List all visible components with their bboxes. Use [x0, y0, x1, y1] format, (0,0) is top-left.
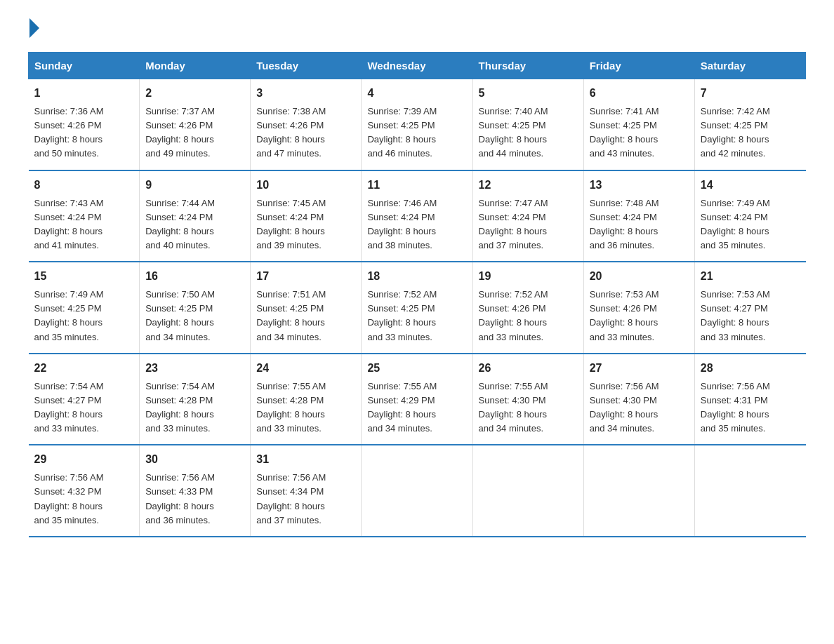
- day-number: 4: [367, 85, 466, 102]
- calendar-table: SundayMondayTuesdayWednesdayThursdayFrid…: [28, 52, 806, 537]
- day-number: 3: [256, 85, 355, 102]
- page-header: [28, 21, 806, 38]
- day-number: 15: [34, 268, 134, 285]
- day-info: Sunrise: 7:56 AMSunset: 4:33 PMDaylight:…: [145, 471, 244, 528]
- day-number: 31: [256, 451, 355, 468]
- day-info: Sunrise: 7:42 AMSunset: 4:25 PMDaylight:…: [701, 105, 800, 161]
- header-monday: Monday: [140, 53, 251, 79]
- day-info: Sunrise: 7:56 AMSunset: 4:32 PMDaylight:…: [34, 471, 134, 528]
- day-number: 10: [256, 177, 355, 194]
- day-number: 9: [145, 177, 244, 194]
- calendar-cell: 30Sunrise: 7:56 AMSunset: 4:33 PMDayligh…: [140, 445, 251, 537]
- header-thursday: Thursday: [472, 53, 583, 79]
- day-info: Sunrise: 7:51 AMSunset: 4:25 PMDaylight:…: [256, 288, 355, 344]
- calendar-cell: [362, 445, 472, 537]
- day-number: 22: [34, 360, 134, 377]
- calendar-cell: 1Sunrise: 7:36 AMSunset: 4:26 PMDaylight…: [29, 79, 140, 170]
- day-info: Sunrise: 7:56 AMSunset: 4:31 PMDaylight:…: [701, 380, 800, 436]
- calendar-cell: 2Sunrise: 7:37 AMSunset: 4:26 PMDaylight…: [140, 79, 251, 170]
- day-info: Sunrise: 7:48 AMSunset: 4:24 PMDaylight:…: [590, 196, 689, 253]
- header-saturday: Saturday: [694, 53, 805, 79]
- calendar-cell: 25Sunrise: 7:55 AMSunset: 4:29 PMDayligh…: [362, 354, 472, 445]
- calendar-cell: 24Sunrise: 7:55 AMSunset: 4:28 PMDayligh…: [251, 354, 362, 445]
- calendar-cell: [583, 445, 694, 537]
- day-number: 18: [367, 268, 466, 285]
- day-info: Sunrise: 7:41 AMSunset: 4:25 PMDaylight:…: [590, 105, 689, 161]
- day-number: 8: [34, 177, 134, 194]
- calendar-cell: 15Sunrise: 7:49 AMSunset: 4:25 PMDayligh…: [29, 262, 140, 354]
- day-info: Sunrise: 7:38 AMSunset: 4:26 PMDaylight:…: [256, 105, 355, 161]
- day-number: 29: [34, 451, 134, 468]
- day-number: 26: [479, 360, 578, 377]
- day-info: Sunrise: 7:56 AMSunset: 4:34 PMDaylight:…: [256, 471, 355, 528]
- day-info: Sunrise: 7:55 AMSunset: 4:29 PMDaylight:…: [367, 380, 466, 436]
- week-row-4: 22Sunrise: 7:54 AMSunset: 4:27 PMDayligh…: [29, 354, 806, 445]
- calendar-cell: 28Sunrise: 7:56 AMSunset: 4:31 PMDayligh…: [694, 354, 805, 445]
- calendar-cell: 16Sunrise: 7:50 AMSunset: 4:25 PMDayligh…: [140, 262, 251, 354]
- calendar-cell: 4Sunrise: 7:39 AMSunset: 4:25 PMDaylight…: [362, 79, 472, 170]
- day-number: 20: [590, 268, 689, 285]
- day-info: Sunrise: 7:44 AMSunset: 4:24 PMDaylight:…: [145, 196, 244, 253]
- day-number: 2: [145, 85, 244, 102]
- calendar-cell: 27Sunrise: 7:56 AMSunset: 4:30 PMDayligh…: [583, 354, 694, 445]
- calendar-cell: 22Sunrise: 7:54 AMSunset: 4:27 PMDayligh…: [29, 354, 140, 445]
- day-number: 25: [367, 360, 466, 377]
- calendar-cell: 26Sunrise: 7:55 AMSunset: 4:30 PMDayligh…: [472, 354, 583, 445]
- calendar-cell: 9Sunrise: 7:44 AMSunset: 4:24 PMDaylight…: [140, 170, 251, 262]
- day-number: 11: [367, 177, 466, 194]
- day-info: Sunrise: 7:43 AMSunset: 4:24 PMDaylight:…: [34, 196, 134, 253]
- day-number: 24: [256, 360, 355, 377]
- day-number: 6: [590, 85, 689, 102]
- day-info: Sunrise: 7:49 AMSunset: 4:24 PMDaylight:…: [701, 196, 800, 253]
- calendar-cell: 23Sunrise: 7:54 AMSunset: 4:28 PMDayligh…: [140, 354, 251, 445]
- logo-arrow-icon: [29, 18, 39, 38]
- day-info: Sunrise: 7:54 AMSunset: 4:27 PMDaylight:…: [34, 380, 134, 436]
- day-number: 30: [145, 451, 244, 468]
- day-number: 28: [701, 360, 800, 377]
- header-sunday: Sunday: [29, 53, 140, 79]
- calendar-cell: 20Sunrise: 7:53 AMSunset: 4:26 PMDayligh…: [583, 262, 694, 354]
- day-number: 13: [590, 177, 689, 194]
- day-number: 12: [479, 177, 578, 194]
- header-wednesday: Wednesday: [362, 53, 472, 79]
- week-row-3: 15Sunrise: 7:49 AMSunset: 4:25 PMDayligh…: [29, 262, 806, 354]
- calendar-cell: 17Sunrise: 7:51 AMSunset: 4:25 PMDayligh…: [251, 262, 362, 354]
- calendar-header-row: SundayMondayTuesdayWednesdayThursdayFrid…: [29, 53, 806, 79]
- day-info: Sunrise: 7:54 AMSunset: 4:28 PMDaylight:…: [145, 380, 244, 436]
- calendar-cell: 12Sunrise: 7:47 AMSunset: 4:24 PMDayligh…: [472, 170, 583, 262]
- day-info: Sunrise: 7:52 AMSunset: 4:26 PMDaylight:…: [479, 288, 578, 344]
- calendar-cell: 18Sunrise: 7:52 AMSunset: 4:25 PMDayligh…: [362, 262, 472, 354]
- week-row-5: 29Sunrise: 7:56 AMSunset: 4:32 PMDayligh…: [29, 445, 806, 537]
- calendar-cell: 19Sunrise: 7:52 AMSunset: 4:26 PMDayligh…: [472, 262, 583, 354]
- calendar-cell: 11Sunrise: 7:46 AMSunset: 4:24 PMDayligh…: [362, 170, 472, 262]
- day-info: Sunrise: 7:37 AMSunset: 4:26 PMDaylight:…: [145, 105, 244, 161]
- day-info: Sunrise: 7:53 AMSunset: 4:27 PMDaylight:…: [701, 288, 800, 344]
- calendar-cell: 31Sunrise: 7:56 AMSunset: 4:34 PMDayligh…: [251, 445, 362, 537]
- calendar-cell: 13Sunrise: 7:48 AMSunset: 4:24 PMDayligh…: [583, 170, 694, 262]
- day-number: 14: [701, 177, 800, 194]
- header-tuesday: Tuesday: [251, 53, 362, 79]
- calendar-cell: 29Sunrise: 7:56 AMSunset: 4:32 PMDayligh…: [29, 445, 140, 537]
- header-friday: Friday: [583, 53, 694, 79]
- day-info: Sunrise: 7:56 AMSunset: 4:30 PMDaylight:…: [590, 380, 689, 436]
- day-info: Sunrise: 7:55 AMSunset: 4:28 PMDaylight:…: [256, 380, 355, 436]
- calendar-cell: 7Sunrise: 7:42 AMSunset: 4:25 PMDaylight…: [694, 79, 805, 170]
- day-info: Sunrise: 7:49 AMSunset: 4:25 PMDaylight:…: [34, 288, 134, 344]
- day-info: Sunrise: 7:40 AMSunset: 4:25 PMDaylight:…: [479, 105, 578, 161]
- day-info: Sunrise: 7:55 AMSunset: 4:30 PMDaylight:…: [479, 380, 578, 436]
- day-info: Sunrise: 7:53 AMSunset: 4:26 PMDaylight:…: [590, 288, 689, 344]
- day-number: 17: [256, 268, 355, 285]
- day-info: Sunrise: 7:47 AMSunset: 4:24 PMDaylight:…: [479, 196, 578, 253]
- day-number: 23: [145, 360, 244, 377]
- day-number: 7: [701, 85, 800, 102]
- calendar-cell: 21Sunrise: 7:53 AMSunset: 4:27 PMDayligh…: [694, 262, 805, 354]
- day-number: 5: [479, 85, 578, 102]
- day-number: 16: [145, 268, 244, 285]
- day-info: Sunrise: 7:52 AMSunset: 4:25 PMDaylight:…: [367, 288, 466, 344]
- calendar-cell: 5Sunrise: 7:40 AMSunset: 4:25 PMDaylight…: [472, 79, 583, 170]
- week-row-2: 8Sunrise: 7:43 AMSunset: 4:24 PMDaylight…: [29, 170, 806, 262]
- calendar-cell: [472, 445, 583, 537]
- calendar-cell: 3Sunrise: 7:38 AMSunset: 4:26 PMDaylight…: [251, 79, 362, 170]
- day-info: Sunrise: 7:39 AMSunset: 4:25 PMDaylight:…: [367, 105, 466, 161]
- day-info: Sunrise: 7:46 AMSunset: 4:24 PMDaylight:…: [367, 196, 466, 253]
